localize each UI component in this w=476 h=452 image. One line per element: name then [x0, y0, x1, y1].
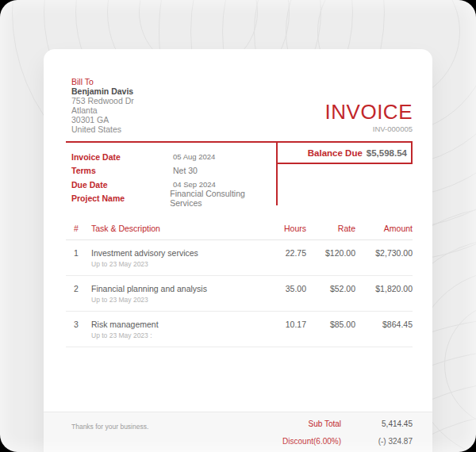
row-hours: 22.75 — [243, 248, 306, 259]
invoice-preview-screen: Bill To Benjamin Davis 753 Redwood Dr At… — [0, 0, 476, 452]
detail-value: Net 30 — [173, 166, 198, 175]
row-task-subtext: Up to 23 May 2023 — [91, 296, 243, 305]
row-task-title: Risk management — [91, 320, 243, 330]
row-index: 1 — [66, 248, 91, 259]
totals-block: Sub Total 5,414.45 Discount(6.00%) (-) 3… — [282, 419, 413, 452]
invoice-meta-section: Invoice Date 05 Aug 2024 Terms Net 30 Du… — [66, 141, 413, 205]
table-header-row: # Task & Description Hours Rate Amount — [66, 216, 413, 240]
balance-due-box: Balance Due $5,598.54 — [278, 143, 413, 164]
bill-to-block: Bill To Benjamin Davis 753 Redwood Dr At… — [71, 77, 134, 134]
invoice-footer: Thanks for your business. Sub Total 5,41… — [44, 412, 432, 452]
row-amount: $864.45 — [355, 320, 413, 330]
row-task-subtext: Up to 23 May 2023 : — [91, 331, 243, 340]
detail-label: Project Name — [71, 193, 170, 203]
invoice-number: INV-000005 — [325, 124, 413, 133]
detail-row-invoice-date: Invoice Date 05 Aug 2024 — [71, 150, 276, 164]
balance-due-column: Balance Due $5,598.54 — [276, 143, 413, 205]
subtotal-label: Sub Total — [308, 419, 341, 428]
row-hours: 10.17 — [243, 320, 306, 330]
bill-to-address-line: United States — [71, 124, 134, 134]
balance-due-label: Balance Due — [308, 148, 363, 158]
invoice-header: Bill To Benjamin Davis 753 Redwood Dr At… — [44, 49, 432, 134]
discount-value: (-) 324.87 — [341, 437, 413, 446]
invoice-title: INVOICE — [325, 101, 413, 123]
row-rate: $85.00 — [306, 320, 355, 330]
detail-value: 05 Aug 2024 — [173, 152, 215, 161]
row-rate: $120.00 — [306, 248, 355, 259]
subtotal-row: Sub Total 5,414.45 — [282, 419, 413, 428]
detail-value: Financial Consulting Services — [170, 189, 276, 208]
detail-row-terms: Terms Net 30 — [71, 164, 276, 178]
table-row: 1 Investment advisory services Up to 23 … — [66, 240, 413, 276]
invoice-title-block: INVOICE INV-000005 — [325, 101, 413, 134]
subtotal-value: 5,414.45 — [341, 419, 413, 428]
detail-value: 04 Sep 2024 — [173, 180, 216, 189]
bill-to-label: Bill To — [71, 77, 134, 86]
header-task: Task & Description — [91, 224, 243, 233]
header-index: # — [66, 224, 91, 233]
row-task-cell: Risk management Up to 23 May 2023 : — [91, 320, 243, 340]
row-task-cell: Investment advisory services Up to 23 Ma… — [91, 248, 243, 269]
row-task-title: Investment advisory services — [91, 248, 243, 259]
row-task-title: Financial planning and analysis — [91, 284, 243, 294]
discount-label: Discount(6.00%) — [282, 437, 341, 446]
row-hours: 35.00 — [243, 284, 306, 294]
invoice-details: Invoice Date 05 Aug 2024 Terms Net 30 Du… — [66, 143, 276, 205]
row-index: 3 — [66, 320, 91, 330]
header-hours: Hours — [243, 224, 306, 233]
row-rate: $52.00 — [306, 284, 355, 294]
detail-row-project-name: Project Name Financial Consulting Servic… — [71, 192, 276, 206]
table-row: 3 Risk management Up to 23 May 2023 : 10… — [66, 312, 413, 347]
bill-to-name: Benjamin Davis — [71, 86, 134, 96]
invoice-card: Bill To Benjamin Davis 753 Redwood Dr At… — [44, 49, 432, 452]
bill-to-address-line: 30301 GA — [71, 115, 134, 124]
row-amount: $2,730.00 — [355, 248, 413, 259]
line-items-table: # Task & Description Hours Rate Amount 1… — [66, 216, 413, 347]
thanks-note: Thanks for your business. — [71, 423, 148, 452]
header-rate: Rate — [306, 224, 355, 233]
detail-label: Terms — [71, 166, 173, 175]
row-amount: $1,820.00 — [355, 284, 413, 294]
discount-row: Discount(6.00%) (-) 324.87 — [282, 437, 413, 446]
row-task-cell: Financial planning and analysis Up to 23… — [91, 284, 243, 305]
row-task-subtext: Up to 23 May 2023 — [91, 260, 243, 269]
header-amount: Amount — [355, 224, 413, 233]
row-index: 2 — [66, 284, 91, 294]
bill-to-address-line: Atlanta — [71, 105, 134, 115]
detail-label: Invoice Date — [71, 152, 173, 162]
bill-to-address-line: 753 Redwood Dr — [71, 96, 134, 105]
table-row: 2 Financial planning and analysis Up to … — [66, 276, 413, 312]
balance-due-amount: $5,598.54 — [367, 148, 407, 158]
detail-label: Due Date — [71, 180, 173, 190]
